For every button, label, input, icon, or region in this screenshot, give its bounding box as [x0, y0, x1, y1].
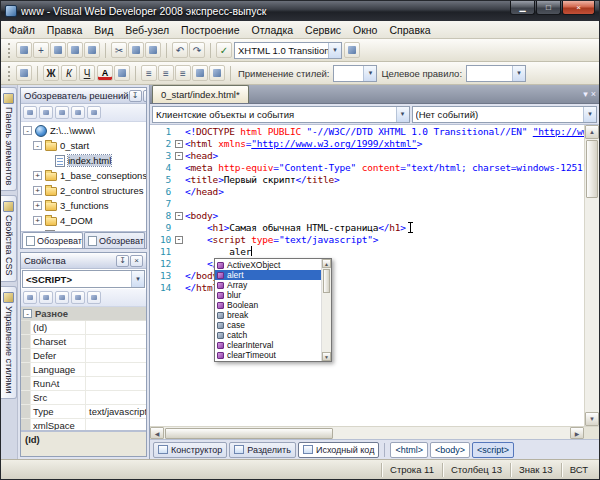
- document-tab[interactable]: 0_start/index.html*: [152, 85, 249, 103]
- menu-item-0[interactable]: Файл: [3, 23, 41, 37]
- chevron-down-icon[interactable]: ▾: [396, 107, 409, 122]
- scroll-thumb[interactable]: [165, 428, 333, 439]
- document-list-icon[interactable]: ▾: [583, 90, 588, 99]
- intellisense-item[interactable]: case: [215, 320, 321, 330]
- scroll-right-icon[interactable]: ▶: [570, 427, 584, 439]
- new-website-icon[interactable]: [16, 42, 32, 58]
- code-line-2[interactable]: 2-<html xmlns="http://www.w3.org/1999/xh…: [150, 138, 584, 150]
- align-right-icon[interactable]: ≡: [175, 65, 191, 81]
- event-combo[interactable]: (Нет событий) ▾: [412, 106, 597, 123]
- vertical-scrollbar[interactable]: ▲ ▼: [584, 125, 599, 426]
- chevron-down-icon[interactable]: ▾: [328, 43, 341, 58]
- scroll-track[interactable]: [322, 294, 331, 352]
- tree-item[interactable]: +2_control structures: [21, 183, 146, 198]
- selected-object-combo[interactable]: <SCRIPT> ▾: [22, 270, 145, 288]
- intellisense-scrollbar[interactable]: ▲ ▼: [321, 259, 331, 361]
- property-value[interactable]: text/javascript: [86, 405, 146, 418]
- intellisense-item[interactable]: Boolean: [215, 300, 321, 310]
- intellisense-item[interactable]: ActiveXObject: [215, 260, 321, 270]
- scroll-track[interactable]: [585, 199, 599, 412]
- intellisense-item[interactable]: Array: [215, 280, 321, 290]
- tree-item[interactable]: index.html: [21, 153, 146, 168]
- alphabetical-icon[interactable]: [39, 291, 53, 304]
- align-center-icon[interactable]: ≡: [158, 65, 174, 81]
- scroll-down-icon[interactable]: ▼: [322, 352, 331, 361]
- text-highlight-icon[interactable]: [114, 65, 130, 81]
- bullet-list-icon[interactable]: [192, 65, 208, 81]
- properties-titlebar[interactable]: Свойства ↧ ×: [21, 253, 146, 269]
- fold-margin[interactable]: -: [174, 150, 185, 162]
- save-all-icon[interactable]: [84, 42, 100, 58]
- tree-item[interactable]: +4_DOM: [21, 213, 146, 228]
- side-tab-css-properties[interactable]: Свойства CSS: [1, 195, 17, 282]
- breadcrumb-script[interactable]: <script>: [472, 442, 514, 458]
- chevron-down-icon[interactable]: ▾: [583, 107, 596, 122]
- scroll-thumb[interactable]: [323, 269, 330, 293]
- numbered-list-icon[interactable]: [209, 65, 225, 81]
- html-validation-icon[interactable]: ✓: [216, 42, 232, 58]
- property-pages-icon[interactable]: [87, 291, 101, 304]
- expander-icon[interactable]: -: [33, 141, 42, 150]
- close-icon[interactable]: ×: [143, 90, 146, 102]
- solution-explorer-titlebar[interactable]: Обозреватель решений ↧ ×: [21, 88, 146, 104]
- code-line-8[interactable]: 8-<body>: [150, 210, 584, 222]
- toolbar-grip[interactable]: [8, 43, 11, 58]
- close-button[interactable]: ×: [562, 1, 595, 15]
- save-icon[interactable]: [67, 42, 83, 58]
- fold-margin[interactable]: -: [174, 234, 185, 246]
- paste-icon[interactable]: [145, 42, 161, 58]
- scroll-thumb[interactable]: [586, 140, 598, 198]
- expander-icon[interactable]: -: [23, 126, 32, 135]
- properties-icon[interactable]: [55, 291, 69, 304]
- expander-icon[interactable]: +: [33, 186, 42, 195]
- pin-icon[interactable]: ↧: [116, 255, 129, 267]
- code-line-11[interactable]: 11 aler: [150, 246, 584, 258]
- fold-margin[interactable]: -: [174, 210, 185, 222]
- chevron-down-icon[interactable]: ▾: [131, 271, 144, 287]
- intellisense-item[interactable]: break: [215, 310, 321, 320]
- property-value[interactable]: [86, 321, 146, 334]
- property-row[interactable]: (Id): [21, 321, 146, 335]
- align-left-icon[interactable]: ≡: [141, 65, 157, 81]
- collapse-icon[interactable]: -: [175, 140, 183, 148]
- property-row[interactable]: Defer: [21, 349, 146, 363]
- categorized-icon[interactable]: [23, 291, 37, 304]
- menu-item-1[interactable]: Правка: [41, 23, 88, 37]
- intellisense-item[interactable]: clearTimeout: [215, 350, 321, 360]
- intellisense-item[interactable]: catch: [215, 330, 321, 340]
- cut-icon[interactable]: ✂: [111, 42, 127, 58]
- chevron-down-icon[interactable]: ▾: [363, 66, 376, 81]
- apply-styles-combo[interactable]: ▾: [333, 65, 377, 82]
- close-document-icon[interactable]: ×: [591, 90, 596, 99]
- property-row[interactable]: Language: [21, 363, 146, 377]
- property-row[interactable]: Src: [21, 391, 146, 405]
- menu-item-5[interactable]: Отладка: [246, 23, 300, 37]
- scroll-up-icon[interactable]: ▲: [322, 259, 331, 268]
- code-line-10[interactable]: 10- <script type="text/javascript">: [150, 234, 584, 246]
- intellisense-item[interactable]: clearInterval: [215, 340, 321, 350]
- expander-icon[interactable]: +: [33, 201, 42, 210]
- open-file-icon[interactable]: [50, 42, 66, 58]
- intellisense-item[interactable]: alert: [215, 270, 321, 280]
- menu-item-6[interactable]: Сервис: [299, 23, 347, 37]
- undo-icon[interactable]: ↶: [172, 42, 188, 58]
- object-combo[interactable]: Клиентские объекты и события ▾: [152, 106, 410, 123]
- view-tab-designer[interactable]: Конструктор: [153, 442, 227, 458]
- scroll-down-icon[interactable]: ▼: [585, 412, 599, 426]
- tree-item[interactable]: +1_base_conseptions: [21, 168, 146, 183]
- code-line-3[interactable]: 3-<head>: [150, 150, 584, 162]
- tree-item[interactable]: -Z:\...\www\: [21, 123, 146, 138]
- code-line-7[interactable]: 7: [150, 198, 584, 210]
- property-value[interactable]: [86, 419, 146, 430]
- underline-button[interactable]: Ч: [79, 65, 95, 81]
- horizontal-scrollbar[interactable]: ◀ ▶: [150, 426, 599, 439]
- toolbar-grip[interactable]: [8, 66, 11, 81]
- nest-related-files-icon[interactable]: [55, 106, 69, 119]
- explorer-bottom-tab-1[interactable]: Обозревател...: [84, 232, 145, 248]
- expander-icon[interactable]: +: [33, 171, 42, 180]
- collapse-icon[interactable]: -: [175, 236, 183, 244]
- tree-item[interactable]: +3_functions: [21, 198, 146, 213]
- property-value[interactable]: [86, 363, 146, 376]
- maximize-button[interactable]: □: [536, 1, 561, 15]
- view-code-icon[interactable]: [71, 106, 85, 119]
